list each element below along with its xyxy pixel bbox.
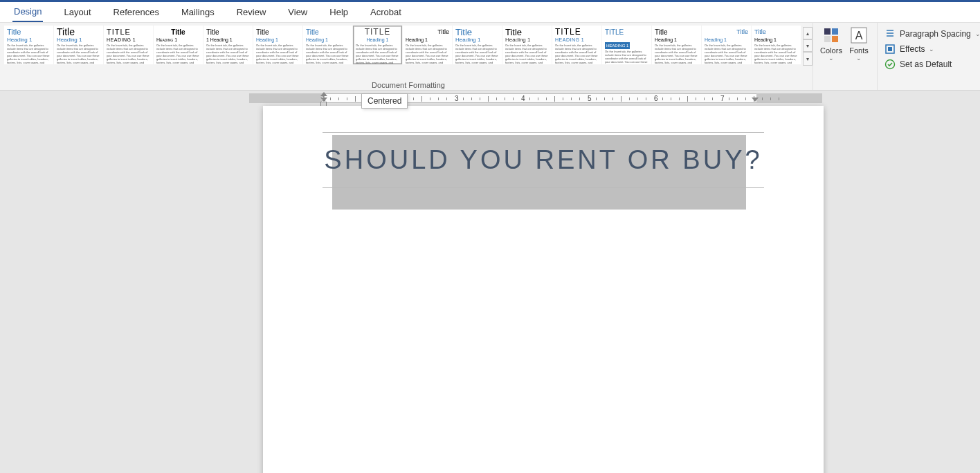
style-item-heading: Heading 1 <box>655 37 698 43</box>
ruler-number: 4 <box>521 95 525 102</box>
ribbon-tab-view[interactable]: View <box>287 3 309 21</box>
style-set-item[interactable]: TitleHeading 1On the Insert tab, the gal… <box>253 26 302 64</box>
style-item-title: Title <box>505 28 549 36</box>
style-set-item[interactable]: TITLEHeading 1On the Insert tab, the gal… <box>353 26 402 64</box>
fonts-button[interactable]: A Fonts ⌄ <box>845 27 873 90</box>
style-item-body: On the Insert tab, the galleries include… <box>7 44 51 64</box>
style-item-heading: Heading 1 <box>156 37 200 43</box>
style-set-item[interactable]: TITLEHEADING 1On the Insert tab, the gal… <box>602 26 651 64</box>
style-set-item[interactable]: TITLEHEADING 1On the Insert tab, the gal… <box>104 26 153 64</box>
ribbon-tab-mailings[interactable]: Mailings <box>180 3 216 21</box>
svg-rect-1 <box>832 28 838 35</box>
ruler-number: 6 <box>654 95 658 102</box>
style-item-title: Title <box>455 28 499 36</box>
chevron-down-icon: ⌄ <box>828 55 834 62</box>
chevron-down-icon: ⌄ <box>929 46 934 53</box>
style-set-item[interactable]: TitleHeading 1On the Insert tab, the gal… <box>752 26 801 64</box>
style-item-title: Title <box>57 28 100 36</box>
style-set-item[interactable]: TitleHeading 1On the Insert tab, the gal… <box>154 26 203 64</box>
style-gallery-caption: Document Formatting <box>372 81 445 89</box>
style-item-title: Title <box>406 28 449 36</box>
style-tooltip: Centered <box>361 93 408 109</box>
set-as-default-label: Set as Default <box>900 59 952 69</box>
style-item-body: On the Insert tab, the galleries include… <box>754 44 798 64</box>
ruler-number: 5 <box>588 95 592 102</box>
style-item-title: Title <box>206 28 250 36</box>
ribbon-tabs: DesignLayoutReferencesMailingsReviewView… <box>0 2 980 23</box>
ribbon-tab-layout[interactable]: Layout <box>62 3 92 21</box>
indent-marker-top[interactable] <box>320 92 327 96</box>
paragraph-spacing-label: Paragraph Spacing <box>900 29 971 39</box>
document-page[interactable]: SHOULD YOU RENT OR BUY? <box>263 106 824 473</box>
style-item-title: Title <box>754 28 798 36</box>
svg-rect-2 <box>824 36 831 42</box>
effects-label: Effects <box>900 44 925 54</box>
style-item-title: Title <box>306 28 350 36</box>
ribbon-tab-review[interactable]: Review <box>235 3 268 21</box>
style-item-heading: Heading 1 <box>406 37 449 43</box>
set-as-default-button[interactable]: Set as Default <box>884 59 952 70</box>
paragraph-spacing-button[interactable]: Paragraph Spacing ⌄ <box>884 28 980 39</box>
paragraph-spacing-icon <box>884 28 896 39</box>
ribbon-panel: TitleHeading 1On the Insert tab, the gal… <box>0 23 980 91</box>
style-item-heading: Heading 1 <box>705 37 748 43</box>
style-set-item[interactable]: TitleHeading 1On the Insert tab, the gal… <box>403 26 452 64</box>
right-indent-marker[interactable] <box>752 98 759 102</box>
style-item-heading: HEADING 1 <box>555 37 599 43</box>
style-set-item[interactable]: TitleHeading 1On the Insert tab, the gal… <box>652 26 701 64</box>
style-set-item[interactable]: TITLEHEADING 1On the Insert tab, the gal… <box>552 26 601 64</box>
ruler-number: 7 <box>720 95 725 102</box>
style-gallery-scroll: ▴ ▾ ▾ <box>803 27 813 67</box>
style-item-body: On the Insert tab, the galleries include… <box>356 44 399 64</box>
style-item-body: On the Insert tab, the galleries include… <box>605 50 648 64</box>
svg-rect-10 <box>888 47 892 51</box>
style-item-heading: Heading 1 <box>455 37 499 43</box>
style-set-item[interactable]: TitleHeading 1On the Insert tab, the gal… <box>303 26 352 64</box>
style-item-heading: HEADING 1 <box>107 37 150 43</box>
style-item-body: On the Insert tab, the galleries include… <box>107 44 150 64</box>
style-set-item[interactable]: TitleHeading 1On the Insert tab, the gal… <box>453 26 502 64</box>
document-title-text[interactable]: SHOULD YOU RENT OR BUY? <box>323 132 764 188</box>
style-item-title: TITLE <box>356 28 399 36</box>
ribbon-tab-references[interactable]: References <box>112 3 161 21</box>
style-set-item[interactable]: TitleHeading 1On the Insert tab, the gal… <box>702 26 751 64</box>
style-item-title: Title <box>7 28 51 36</box>
style-item-title: TITLE <box>555 28 599 36</box>
effects-icon <box>884 44 896 55</box>
ribbon-tab-design[interactable]: Design <box>12 2 43 22</box>
style-item-title: TITLE <box>107 28 150 36</box>
svg-text:A: A <box>855 30 863 41</box>
colors-button[interactable]: Colors ⌄ <box>817 27 845 90</box>
style-item-title: Title <box>256 28 300 36</box>
ruler-number: 3 <box>455 95 459 102</box>
gallery-scroll-down-button[interactable]: ▾ <box>803 39 813 52</box>
gallery-more-button[interactable]: ▾ <box>803 52 813 66</box>
style-item-body: On the Insert tab, the galleries include… <box>57 44 100 64</box>
style-gallery-group: TitleHeading 1On the Insert tab, the gal… <box>0 23 813 90</box>
fonts-icon: A <box>851 27 867 44</box>
svg-rect-3 <box>832 36 838 42</box>
style-set-item[interactable]: TitleHeading 1On the Insert tab, the gal… <box>502 26 552 64</box>
style-gallery: TitleHeading 1On the Insert tab, the gal… <box>4 26 801 67</box>
style-item-body: On the Insert tab, the galleries include… <box>705 44 748 64</box>
style-item-body: On the Insert tab, the galleries include… <box>505 44 549 64</box>
style-item-body: On the Insert tab, the galleries include… <box>256 44 300 64</box>
document-workspace: 1234567 Centered SHOULD YOU RENT OR BUY? <box>0 91 980 473</box>
style-item-title: Title <box>156 28 200 36</box>
style-set-item[interactable]: TitleHeading 1On the Insert tab, the gal… <box>4 26 53 64</box>
gallery-scroll-up-button[interactable]: ▴ <box>803 27 813 39</box>
style-set-item[interactable]: TitleHeading 1On the Insert tab, the gal… <box>54 26 103 64</box>
style-item-body: On the Insert tab, the galleries include… <box>406 44 449 64</box>
ribbon-tab-acrobat[interactable]: Acrobat <box>369 3 403 21</box>
checkmark-icon <box>884 59 896 70</box>
horizontal-ruler[interactable]: 1234567 <box>0 91 980 103</box>
colors-fonts-group: Colors ⌄ A Fonts ⌄ <box>813 23 877 90</box>
colors-icon <box>823 27 840 44</box>
chevron-down-icon: ⌄ <box>975 30 980 37</box>
paragraph-group: Paragraph Spacing ⌄ Effects ⌄ Set as Def… <box>877 23 980 90</box>
style-item-body: On the Insert tab, the galleries include… <box>555 44 599 64</box>
style-item-heading: Heading 1 <box>57 37 100 43</box>
ribbon-tab-help[interactable]: Help <box>328 3 350 21</box>
effects-button[interactable]: Effects ⌄ <box>884 44 934 55</box>
style-set-item[interactable]: Title1 Heading 1On the Insert tab, the g… <box>203 26 253 64</box>
